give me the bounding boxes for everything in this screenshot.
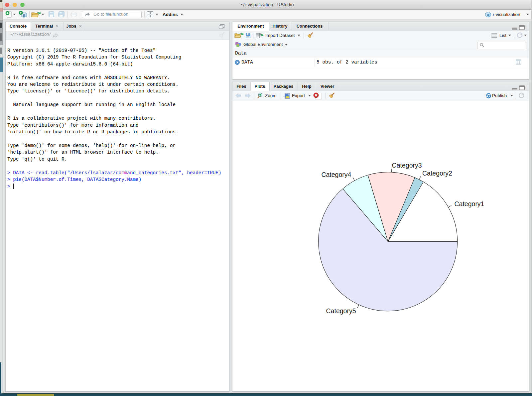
svg-text:R: R [487,13,489,16]
svg-text:Category5: Category5 [326,307,356,315]
svg-text:Category4: Category4 [321,171,351,178]
svg-text:R: R [23,14,25,17]
svg-text:Category2: Category2 [422,170,452,177]
svg-text:Category1: Category1 [455,200,484,207]
svg-text:Category3: Category3 [392,162,422,169]
